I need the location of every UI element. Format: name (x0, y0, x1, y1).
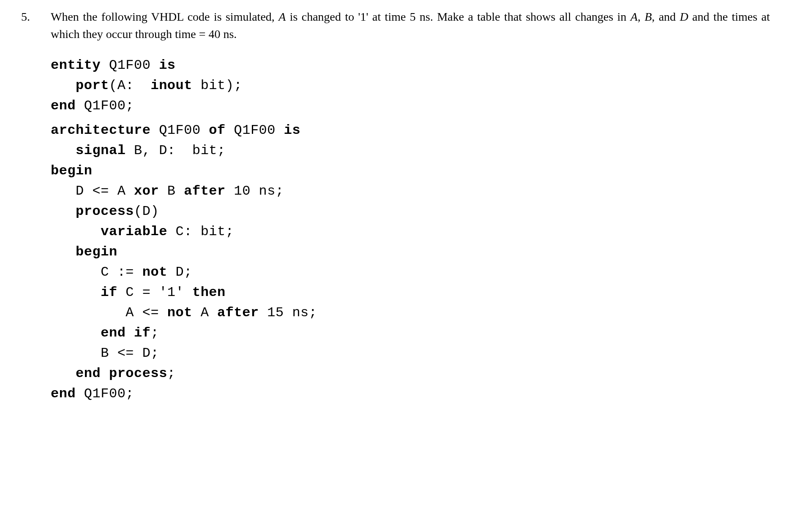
code-block: entity Q1F00 is port(A: inout bit);end Q… (51, 55, 770, 404)
code-line: signal B, D: bit; (51, 141, 770, 161)
code-line: architecture Q1F00 of Q1F00 is (51, 120, 770, 141)
problem-statement: When the following VHDL code is simulate… (51, 8, 770, 43)
code-line: entity Q1F00 is (51, 55, 770, 76)
problem-body: When the following VHDL code is simulate… (51, 8, 770, 404)
code-line: B <= D; (51, 343, 770, 364)
problem-number: 5. (21, 8, 38, 26)
code-line: port(A: inout bit); (51, 76, 770, 96)
code-line (51, 116, 770, 120)
code-line: begin (51, 242, 770, 262)
code-line: end Q1F00; (51, 96, 770, 116)
problem-container: 5. When the following VHDL code is simul… (21, 8, 770, 404)
code-line: variable C: bit; (51, 222, 770, 242)
code-line: process(D) (51, 201, 770, 222)
code-line: D <= A xor B after 10 ns; (51, 181, 770, 201)
code-line: end Q1F00; (51, 384, 770, 404)
code-line: end if; (51, 323, 770, 343)
code-line: begin (51, 161, 770, 181)
code-line: end process; (51, 364, 770, 384)
code-line: if C = '1' then (51, 282, 770, 303)
code-line: C := not D; (51, 262, 770, 282)
code-line: A <= not A after 15 ns; (51, 303, 770, 323)
